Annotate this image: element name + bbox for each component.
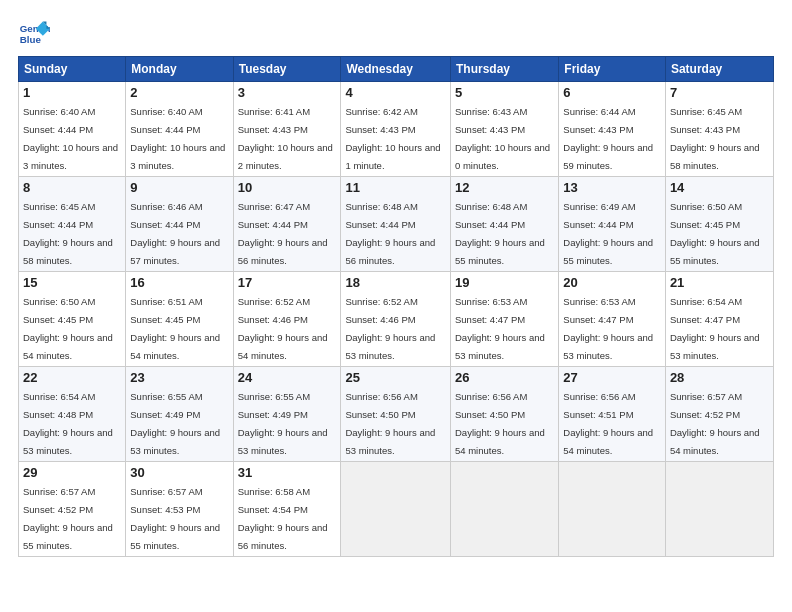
- calendar-cell: 1 Sunrise: 6:40 AMSunset: 4:44 PMDayligh…: [19, 82, 126, 177]
- calendar-table: SundayMondayTuesdayWednesdayThursdayFrid…: [18, 56, 774, 557]
- calendar-cell: 16 Sunrise: 6:51 AMSunset: 4:45 PMDaylig…: [126, 272, 233, 367]
- calendar-header-thursday: Thursday: [451, 57, 559, 82]
- calendar-header-saturday: Saturday: [665, 57, 773, 82]
- calendar-header-wednesday: Wednesday: [341, 57, 451, 82]
- day-detail: Sunrise: 6:42 AMSunset: 4:43 PMDaylight:…: [345, 106, 440, 171]
- day-detail: Sunrise: 6:46 AMSunset: 4:44 PMDaylight:…: [130, 201, 220, 266]
- calendar-cell: [665, 462, 773, 557]
- day-detail: Sunrise: 6:56 AMSunset: 4:50 PMDaylight:…: [455, 391, 545, 456]
- day-number: 31: [238, 465, 337, 480]
- day-number: 30: [130, 465, 228, 480]
- calendar-cell: 26 Sunrise: 6:56 AMSunset: 4:50 PMDaylig…: [451, 367, 559, 462]
- calendar-cell: 12 Sunrise: 6:48 AMSunset: 4:44 PMDaylig…: [451, 177, 559, 272]
- calendar-cell: 14 Sunrise: 6:50 AMSunset: 4:45 PMDaylig…: [665, 177, 773, 272]
- calendar-cell: 2 Sunrise: 6:40 AMSunset: 4:44 PMDayligh…: [126, 82, 233, 177]
- day-detail: Sunrise: 6:52 AMSunset: 4:46 PMDaylight:…: [238, 296, 328, 361]
- day-number: 29: [23, 465, 121, 480]
- day-number: 16: [130, 275, 228, 290]
- day-detail: Sunrise: 6:49 AMSunset: 4:44 PMDaylight:…: [563, 201, 653, 266]
- calendar-header-row: SundayMondayTuesdayWednesdayThursdayFrid…: [19, 57, 774, 82]
- day-number: 22: [23, 370, 121, 385]
- day-number: 23: [130, 370, 228, 385]
- day-number: 21: [670, 275, 769, 290]
- day-number: 17: [238, 275, 337, 290]
- calendar-header-sunday: Sunday: [19, 57, 126, 82]
- calendar-cell: 22 Sunrise: 6:54 AMSunset: 4:48 PMDaylig…: [19, 367, 126, 462]
- calendar-cell: 19 Sunrise: 6:53 AMSunset: 4:47 PMDaylig…: [451, 272, 559, 367]
- day-detail: Sunrise: 6:50 AMSunset: 4:45 PMDaylight:…: [670, 201, 760, 266]
- calendar-cell: 24 Sunrise: 6:55 AMSunset: 4:49 PMDaylig…: [233, 367, 341, 462]
- day-detail: Sunrise: 6:47 AMSunset: 4:44 PMDaylight:…: [238, 201, 328, 266]
- day-detail: Sunrise: 6:48 AMSunset: 4:44 PMDaylight:…: [455, 201, 545, 266]
- page: General Blue SundayMondayTuesdayWednesda…: [0, 0, 792, 612]
- calendar-week-3: 15 Sunrise: 6:50 AMSunset: 4:45 PMDaylig…: [19, 272, 774, 367]
- logo-icon: General Blue: [18, 18, 50, 50]
- calendar-cell: 3 Sunrise: 6:41 AMSunset: 4:43 PMDayligh…: [233, 82, 341, 177]
- day-number: 2: [130, 85, 228, 100]
- day-detail: Sunrise: 6:54 AMSunset: 4:48 PMDaylight:…: [23, 391, 113, 456]
- day-number: 9: [130, 180, 228, 195]
- day-number: 10: [238, 180, 337, 195]
- logo: General Blue: [18, 18, 50, 50]
- day-detail: Sunrise: 6:52 AMSunset: 4:46 PMDaylight:…: [345, 296, 435, 361]
- calendar-week-4: 22 Sunrise: 6:54 AMSunset: 4:48 PMDaylig…: [19, 367, 774, 462]
- day-detail: Sunrise: 6:51 AMSunset: 4:45 PMDaylight:…: [130, 296, 220, 361]
- day-number: 13: [563, 180, 661, 195]
- calendar-week-5: 29 Sunrise: 6:57 AMSunset: 4:52 PMDaylig…: [19, 462, 774, 557]
- day-detail: Sunrise: 6:57 AMSunset: 4:53 PMDaylight:…: [130, 486, 220, 551]
- calendar-cell: [559, 462, 666, 557]
- day-detail: Sunrise: 6:56 AMSunset: 4:51 PMDaylight:…: [563, 391, 653, 456]
- calendar-cell: 20 Sunrise: 6:53 AMSunset: 4:47 PMDaylig…: [559, 272, 666, 367]
- day-detail: Sunrise: 6:56 AMSunset: 4:50 PMDaylight:…: [345, 391, 435, 456]
- day-number: 11: [345, 180, 446, 195]
- calendar-cell: 13 Sunrise: 6:49 AMSunset: 4:44 PMDaylig…: [559, 177, 666, 272]
- calendar-cell: 11 Sunrise: 6:48 AMSunset: 4:44 PMDaylig…: [341, 177, 451, 272]
- day-number: 12: [455, 180, 554, 195]
- day-number: 27: [563, 370, 661, 385]
- day-detail: Sunrise: 6:53 AMSunset: 4:47 PMDaylight:…: [455, 296, 545, 361]
- day-number: 4: [345, 85, 446, 100]
- svg-text:Blue: Blue: [20, 34, 42, 45]
- day-number: 14: [670, 180, 769, 195]
- day-detail: Sunrise: 6:48 AMSunset: 4:44 PMDaylight:…: [345, 201, 435, 266]
- day-detail: Sunrise: 6:57 AMSunset: 4:52 PMDaylight:…: [23, 486, 113, 551]
- calendar-cell: [341, 462, 451, 557]
- day-detail: Sunrise: 6:54 AMSunset: 4:47 PMDaylight:…: [670, 296, 760, 361]
- day-number: 15: [23, 275, 121, 290]
- calendar-header-friday: Friday: [559, 57, 666, 82]
- calendar-cell: 5 Sunrise: 6:43 AMSunset: 4:43 PMDayligh…: [451, 82, 559, 177]
- calendar-cell: 21 Sunrise: 6:54 AMSunset: 4:47 PMDaylig…: [665, 272, 773, 367]
- calendar-cell: 18 Sunrise: 6:52 AMSunset: 4:46 PMDaylig…: [341, 272, 451, 367]
- calendar-cell: 6 Sunrise: 6:44 AMSunset: 4:43 PMDayligh…: [559, 82, 666, 177]
- calendar-cell: 4 Sunrise: 6:42 AMSunset: 4:43 PMDayligh…: [341, 82, 451, 177]
- calendar-cell: 7 Sunrise: 6:45 AMSunset: 4:43 PMDayligh…: [665, 82, 773, 177]
- day-detail: Sunrise: 6:41 AMSunset: 4:43 PMDaylight:…: [238, 106, 333, 171]
- day-detail: Sunrise: 6:45 AMSunset: 4:43 PMDaylight:…: [670, 106, 760, 171]
- calendar-cell: 29 Sunrise: 6:57 AMSunset: 4:52 PMDaylig…: [19, 462, 126, 557]
- calendar-week-1: 1 Sunrise: 6:40 AMSunset: 4:44 PMDayligh…: [19, 82, 774, 177]
- day-number: 18: [345, 275, 446, 290]
- day-detail: Sunrise: 6:45 AMSunset: 4:44 PMDaylight:…: [23, 201, 113, 266]
- day-detail: Sunrise: 6:53 AMSunset: 4:47 PMDaylight:…: [563, 296, 653, 361]
- day-detail: Sunrise: 6:44 AMSunset: 4:43 PMDaylight:…: [563, 106, 653, 171]
- day-detail: Sunrise: 6:43 AMSunset: 4:43 PMDaylight:…: [455, 106, 550, 171]
- calendar-cell: 30 Sunrise: 6:57 AMSunset: 4:53 PMDaylig…: [126, 462, 233, 557]
- day-number: 19: [455, 275, 554, 290]
- calendar-cell: [451, 462, 559, 557]
- day-detail: Sunrise: 6:40 AMSunset: 4:44 PMDaylight:…: [23, 106, 118, 171]
- day-number: 7: [670, 85, 769, 100]
- day-number: 20: [563, 275, 661, 290]
- calendar-header-monday: Monday: [126, 57, 233, 82]
- day-detail: Sunrise: 6:40 AMSunset: 4:44 PMDaylight:…: [130, 106, 225, 171]
- day-detail: Sunrise: 6:57 AMSunset: 4:52 PMDaylight:…: [670, 391, 760, 456]
- calendar-cell: 25 Sunrise: 6:56 AMSunset: 4:50 PMDaylig…: [341, 367, 451, 462]
- day-number: 1: [23, 85, 121, 100]
- day-number: 5: [455, 85, 554, 100]
- day-number: 8: [23, 180, 121, 195]
- day-number: 24: [238, 370, 337, 385]
- calendar-cell: 27 Sunrise: 6:56 AMSunset: 4:51 PMDaylig…: [559, 367, 666, 462]
- day-number: 3: [238, 85, 337, 100]
- day-number: 28: [670, 370, 769, 385]
- day-detail: Sunrise: 6:55 AMSunset: 4:49 PMDaylight:…: [238, 391, 328, 456]
- day-number: 25: [345, 370, 446, 385]
